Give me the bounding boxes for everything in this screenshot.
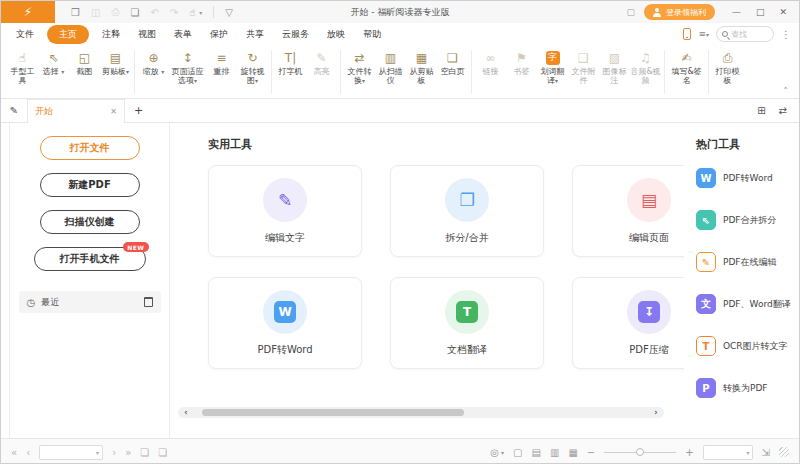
card-pdf-compress[interactable]: ↧ PDF压缩 xyxy=(572,277,684,369)
ribbon-rotate-view[interactable]: ↻旋转视图▾ xyxy=(237,48,268,85)
scroll-left-icon[interactable]: ‹ xyxy=(178,408,194,417)
maximize-button[interactable]: □ xyxy=(756,7,765,17)
ribbon-fill-sign[interactable]: ✍填写&签名 xyxy=(668,48,705,85)
previous-view-icon[interactable]: ❏ xyxy=(140,447,149,458)
menu-comment[interactable]: 注释 xyxy=(93,26,129,43)
theme-icon[interactable]: ▢ xyxy=(626,7,635,17)
recent-section[interactable]: ◷ 最近 xyxy=(19,291,161,313)
minimize-button[interactable]: — xyxy=(732,7,741,17)
scrollbar-thumb[interactable] xyxy=(202,409,464,416)
print-icon[interactable]: ⎙ xyxy=(111,6,119,18)
ribbon-convert-file[interactable]: ⇄文件转换▾ xyxy=(344,48,375,85)
find-input[interactable] xyxy=(731,30,765,39)
card-edit-pages[interactable]: ▤ 编辑页面 xyxy=(572,165,684,257)
page-dropdown-icon[interactable]: ▾ xyxy=(96,449,99,456)
continuous-page-icon[interactable]: ▤ xyxy=(531,447,540,458)
card-split-merge[interactable]: ❐ 拆分/合并 xyxy=(390,165,544,257)
open-mobile-file-button[interactable]: 打开手机文件 NEW xyxy=(34,247,146,271)
ribbon-highlight[interactable]: ✎高亮 xyxy=(306,48,337,76)
menu-present[interactable]: 放映 xyxy=(318,26,354,43)
menu-help[interactable]: 帮助 xyxy=(354,26,390,43)
ribbon-blank-page[interactable]: ❏空白页 xyxy=(437,48,468,76)
switch-tab-icon[interactable]: ⇄ xyxy=(779,105,787,116)
ribbon-typewriter[interactable]: T|打字机 xyxy=(275,48,306,76)
single-page-icon[interactable]: ▢ xyxy=(513,447,522,458)
ribbon-select[interactable]: ⇖选择 ▾ xyxy=(38,48,69,76)
ribbon-fit-page[interactable]: ↕页面适应选项▾ xyxy=(169,48,206,85)
open-file-button[interactable]: 打开文件 xyxy=(40,136,140,160)
prev-page-icon[interactable]: ‹ xyxy=(26,447,30,458)
scanner-create-button[interactable]: 扫描仪创建 xyxy=(40,210,140,234)
grid-view-icon[interactable]: ⊞ xyxy=(757,105,765,116)
menu-view[interactable]: 视图 xyxy=(129,26,165,43)
page-number-input[interactable] xyxy=(43,448,96,457)
menu-protect[interactable]: 保护 xyxy=(201,26,237,43)
ribbon-link[interactable]: ∞链接 xyxy=(475,48,506,76)
menu-file[interactable]: 文件 xyxy=(7,26,43,43)
scroll-right-icon[interactable]: › xyxy=(648,408,664,417)
hot-merge-split[interactable]: ⇖PDF合并拆分 xyxy=(696,210,799,230)
next-page-icon[interactable]: › xyxy=(112,447,116,458)
close-button[interactable]: ✕ xyxy=(779,7,787,17)
hot-pdf-to-word[interactable]: WPDF转Word xyxy=(696,168,799,188)
login-button[interactable]: 登录领福利 xyxy=(644,4,715,20)
trash-icon[interactable] xyxy=(144,297,153,307)
ribbon-bookmark[interactable]: ⚑书签 xyxy=(506,48,537,76)
view-options[interactable]: ◎▾ xyxy=(490,447,504,458)
facing-page-icon[interactable]: ▥ xyxy=(550,447,559,458)
ribbon-audio-video[interactable]: ♫音频&视频 xyxy=(630,48,661,85)
ribbon-hand-tool[interactable]: ☝手型工具 xyxy=(7,48,38,85)
edit-pencil-icon[interactable]: ✎ xyxy=(1,105,27,116)
mobile-icon[interactable] xyxy=(683,28,691,40)
menu-form[interactable]: 表单 xyxy=(165,26,201,43)
collapse-ribbon-icon[interactable]: ⌃ xyxy=(782,86,789,95)
zoom-dropdown-icon[interactable]: ▾ xyxy=(747,449,750,456)
create-pdf-button[interactable]: 新建PDF xyxy=(40,173,140,197)
menu-home[interactable]: 主页 xyxy=(47,25,89,44)
next-view-icon[interactable]: ❏ xyxy=(158,447,167,458)
open-file-icon[interactable]: ❒ xyxy=(71,7,80,18)
zoom-slider-thumb[interactable] xyxy=(636,448,644,456)
zoom-in-icon[interactable]: + xyxy=(685,447,693,458)
ribbon-snapshot[interactable]: ◱截图 xyxy=(69,48,100,76)
ribbon-clipboard[interactable]: ▤剪贴板▾ xyxy=(100,48,131,76)
zoom-slider[interactable] xyxy=(604,452,676,453)
find-box[interactable] xyxy=(716,26,774,42)
hot-ocr[interactable]: TOCR图片转文字 xyxy=(696,336,799,356)
tab-start[interactable]: 开始 ✕ xyxy=(27,99,125,123)
hand-tool-dropdown-icon[interactable]: ▾ xyxy=(199,9,202,16)
ribbon-from-clipboard[interactable]: ▦从剪贴板 xyxy=(406,48,437,85)
zoom-out-icon[interactable]: − xyxy=(587,447,595,458)
ribbon-print-template[interactable]: ⎙打印模板 xyxy=(712,48,743,85)
resize-grip[interactable] xyxy=(779,447,789,457)
first-page-icon[interactable]: « xyxy=(11,447,17,458)
last-page-icon[interactable]: » xyxy=(125,447,131,458)
card-pdf-to-word[interactable]: W PDF转Word xyxy=(208,277,362,369)
page-number-box[interactable]: ▾ xyxy=(39,445,103,460)
menu-share[interactable]: 共享 xyxy=(237,26,273,43)
customize-toolbar-icon[interactable]: ▽ xyxy=(225,7,233,18)
ribbon-image-annotation[interactable]: ▨图像标注 xyxy=(599,48,630,85)
ribbon-file-attachment[interactable]: ❑文件附件 xyxy=(568,48,599,85)
menu-cloud[interactable]: 云服务 xyxy=(273,26,318,43)
hot-online-edit[interactable]: ✎PDF在线编辑 xyxy=(696,252,799,272)
fullscreen-icon[interactable]: ⇲ xyxy=(762,447,770,458)
ribbon-from-scanner[interactable]: ▥从扫描仪 xyxy=(375,48,406,85)
ribbon-zoom[interactable]: ⊕缩放 ▾ xyxy=(138,48,169,76)
new-document-icon[interactable]: ❏ xyxy=(130,7,139,18)
ribbon-reflow[interactable]: ≡重排 xyxy=(206,48,237,76)
save-icon[interactable]: ◫ xyxy=(91,7,100,18)
zoom-level-input[interactable] xyxy=(707,448,747,457)
card-doc-translate[interactable]: T 文档翻译 xyxy=(390,277,544,369)
redo-icon[interactable]: ↷ xyxy=(170,7,178,18)
nav-panel-strip[interactable] xyxy=(1,123,10,438)
undo-icon[interactable]: ↶ xyxy=(150,7,158,18)
new-tab-button[interactable]: + xyxy=(125,104,152,117)
hand-tool-icon[interactable]: ☝ xyxy=(189,7,195,18)
card-edit-text[interactable]: ✎ 编辑文字 xyxy=(208,165,362,257)
hot-convert-to-pdf[interactable]: P转换为PDF xyxy=(696,378,799,398)
more-menu-icon[interactable]: ⋮ xyxy=(781,29,791,40)
tab-close-icon[interactable]: ✕ xyxy=(110,107,117,116)
hot-word-translate[interactable]: 文PDF、Word翻译 xyxy=(696,294,799,314)
horizontal-scrollbar[interactable]: ‹ › xyxy=(178,407,664,418)
